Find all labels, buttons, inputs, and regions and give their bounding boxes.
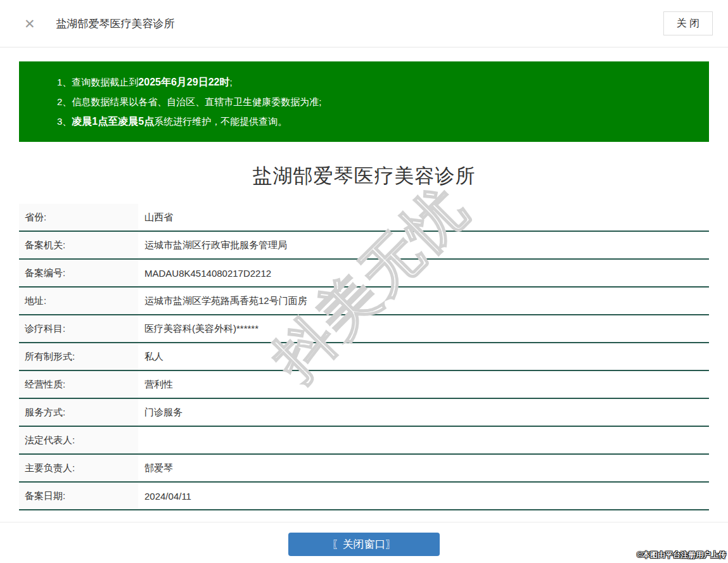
field-value: 郜爱琴 — [138, 462, 173, 474]
row-province: 省份: 山西省 — [19, 204, 709, 232]
close-window-button[interactable]: 〖关闭窗口〗 — [288, 533, 440, 556]
field-label: 主要负责人: — [19, 455, 138, 481]
field-value: 私人 — [138, 351, 163, 363]
page-title: 盐湖郜爱琴医疗美容诊所 — [0, 163, 728, 189]
notice-line-2-number: 2、 — [57, 96, 72, 107]
copyright-notice: ©本图由平台注册用户上传 — [637, 550, 726, 560]
field-value: 门诊服务 — [138, 407, 182, 419]
field-value: 营利性 — [138, 379, 173, 391]
notice-line-2-text: 信息数据结果以各省、自治区、直辖市卫生健康委数据为准; — [72, 96, 321, 107]
notice-line-2: 2、信息数据结果以各省、自治区、直辖市卫生健康委数据为准; — [57, 92, 696, 111]
notice-line-3-post: 系统进行维护，不能提供查询。 — [154, 116, 287, 127]
row-ownership-type: 所有制形式: 私人 — [19, 343, 709, 371]
field-value: 运城市盐湖区行政审批服务管理局 — [138, 239, 287, 251]
footer-bar: 〖关闭窗口〗 — [0, 522, 728, 563]
field-label: 诊疗科目: — [19, 315, 138, 342]
row-filing-number: 备案编号: MADAU8K4514080217D2212 — [19, 260, 709, 288]
row-principal: 主要负责人: 郜爱琴 — [19, 455, 709, 483]
window-title: 盐湖郜爱琴医疗美容诊所 — [56, 16, 175, 31]
row-business-nature: 经营性质: 营利性 — [19, 371, 709, 399]
row-service-mode: 服务方式: 门诊服务 — [19, 399, 709, 427]
field-value: 运城市盐湖区学苑路禹香苑12号门面房 — [138, 295, 307, 307]
field-value: 山西省 — [138, 212, 173, 224]
field-label: 经营性质: — [19, 371, 138, 398]
notice-line-1-number: 1、 — [57, 77, 72, 87]
notice-line-1-text: 查询数据截止到 — [72, 77, 138, 87]
close-button[interactable]: 关 闭 — [663, 11, 713, 35]
row-legal-representative: 法定代表人: — [19, 427, 709, 455]
field-value: 2024/04/11 — [138, 491, 191, 502]
notice-line-3: 3、凌晨1点至凌晨5点系统进行维护，不能提供查询。 — [57, 111, 696, 131]
notice-line-1-post: ; — [229, 77, 232, 87]
field-label: 备案编号: — [19, 260, 138, 286]
field-label: 地址: — [19, 288, 138, 314]
field-label: 服务方式: — [19, 399, 138, 426]
notice-line-1-bold: 2025年6月29日22时 — [138, 77, 229, 87]
notice-banner: 1、查询数据截止到2025年6月29日22时; 2、信息数据结果以各省、自治区、… — [19, 61, 709, 142]
record-table: 省份: 山西省 备案机关: 运城市盐湖区行政审批服务管理局 备案编号: MADA… — [19, 204, 709, 510]
field-label: 省份: — [19, 204, 138, 231]
field-label: 备案日期: — [19, 483, 138, 509]
row-filing-date: 备案日期: 2024/04/11 — [19, 483, 709, 510]
row-address: 地址: 运城市盐湖区学苑路禹香苑12号门面房 — [19, 288, 709, 315]
row-filing-authority: 备案机关: 运城市盐湖区行政审批服务管理局 — [19, 232, 709, 260]
field-value: MADAU8K4514080217D2212 — [138, 268, 271, 279]
notice-line-3-number: 3、 — [57, 116, 72, 127]
close-x-icon[interactable]: ✕ — [24, 17, 35, 30]
field-label: 法定代表人: — [19, 427, 138, 453]
notice-line-3-bold: 凌晨1点至凌晨5点 — [72, 116, 154, 127]
field-label: 备案机关: — [19, 232, 138, 258]
row-treatment-subjects: 诊疗科目: 医疗美容科(美容外科)****** — [19, 315, 709, 343]
field-label: 所有制形式: — [19, 343, 138, 370]
notice-line-1: 1、查询数据截止到2025年6月29日22时; — [57, 72, 696, 92]
field-value: 医疗美容科(美容外科)****** — [138, 323, 259, 335]
window-header: ✕ 盐湖郜爱琴医疗美容诊所 关 闭 — [0, 0, 728, 47]
